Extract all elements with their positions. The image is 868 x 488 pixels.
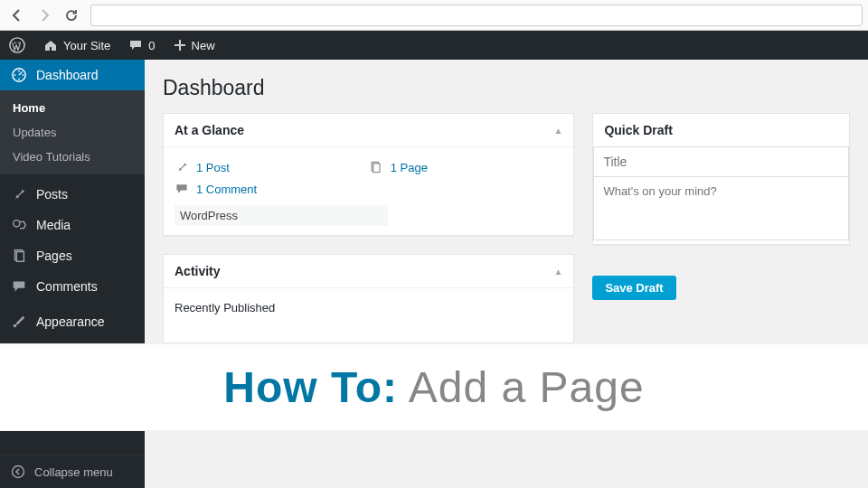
svg-rect-8 xyxy=(373,164,380,173)
reload-button[interactable] xyxy=(60,4,83,27)
page-icon xyxy=(11,248,27,264)
wordpress-icon xyxy=(9,37,25,53)
quick-draft-title: Quick Draft xyxy=(604,123,672,137)
svg-rect-4 xyxy=(16,252,24,262)
sidebar-item-label: Pages xyxy=(36,249,72,263)
tutorial-overlay: How To: Add a Page xyxy=(0,343,868,431)
draft-title-input[interactable] xyxy=(593,146,849,177)
wp-admin-bar: Your Site 0 New xyxy=(0,31,868,60)
glance-pages-link[interactable]: 1 Page xyxy=(369,156,563,178)
brush-icon xyxy=(11,314,27,330)
submenu-home[interactable]: Home xyxy=(0,96,145,120)
at-a-glance-title: At a Glance xyxy=(175,123,244,137)
sidebar-item-label: Posts xyxy=(36,187,68,202)
at-a-glance-box: At a Glance ▲ 1 Post 1 Page xyxy=(163,113,574,236)
sidebar-item-label: Comments xyxy=(36,279,98,294)
comment-icon xyxy=(175,182,189,196)
submenu-updates[interactable]: Updates xyxy=(0,120,145,145)
svg-point-5 xyxy=(14,324,17,328)
svg-point-0 xyxy=(10,38,24,52)
collapse-label: Collapse menu xyxy=(34,465,113,479)
site-name-link[interactable]: Your Site xyxy=(34,31,119,60)
svg-point-6 xyxy=(13,466,24,478)
collapse-icon xyxy=(11,465,25,479)
svg-point-2 xyxy=(14,221,20,227)
sidebar-item-media[interactable]: Media xyxy=(0,210,145,240)
page-icon xyxy=(369,160,383,174)
sidebar-item-dashboard[interactable]: Dashboard xyxy=(0,60,145,90)
comment-count: 0 xyxy=(148,39,155,52)
collapse-triangle-icon[interactable]: ▲ xyxy=(553,267,562,277)
sidebar-item-appearance[interactable]: Appearance xyxy=(0,306,145,337)
collapse-triangle-icon[interactable]: ▲ xyxy=(553,126,562,136)
dashboard-icon xyxy=(11,67,27,83)
pin-icon xyxy=(175,160,189,174)
comments-icon xyxy=(11,278,27,295)
submenu-video-tutorials[interactable]: Video Tutorials xyxy=(0,145,145,169)
plus-icon xyxy=(174,39,186,52)
glance-posts-link[interactable]: 1 Post xyxy=(175,156,369,178)
site-name-label: Your Site xyxy=(63,39,110,52)
wp-logo-button[interactable] xyxy=(0,31,34,60)
overlay-light: Add a Page xyxy=(398,363,645,411)
browser-toolbar xyxy=(0,0,868,31)
wp-version-label: WordPress xyxy=(175,205,388,226)
media-icon xyxy=(11,217,27,233)
new-content-button[interactable]: New xyxy=(165,31,224,60)
back-button[interactable] xyxy=(5,4,29,27)
page-title: Dashboard xyxy=(163,76,850,100)
forward-button[interactable] xyxy=(33,4,56,27)
glance-pages-label: 1 Page xyxy=(391,161,428,174)
glance-comments-link[interactable]: 1 Comment xyxy=(175,178,562,200)
activity-title: Activity xyxy=(175,264,221,278)
glance-posts-label: 1 Post xyxy=(196,161,230,174)
new-label: New xyxy=(192,39,215,52)
sidebar-item-comments[interactable]: Comments xyxy=(0,271,145,302)
sidebar-item-label: Dashboard xyxy=(36,68,99,82)
sidebar-item-pages[interactable]: Pages xyxy=(0,240,145,271)
sidebar-item-label: Appearance xyxy=(36,314,105,329)
sidebar-item-posts[interactable]: Posts xyxy=(0,179,145,210)
activity-box: Activity ▲ Recently Published xyxy=(163,254,574,343)
draft-content-textarea[interactable] xyxy=(593,177,849,240)
save-draft-button[interactable]: Save Draft xyxy=(592,276,675,300)
sidebar-item-label: Media xyxy=(36,218,71,232)
overlay-bold: How To: xyxy=(223,363,398,411)
collapse-menu-button[interactable]: Collapse menu xyxy=(0,455,145,488)
home-icon xyxy=(43,38,58,52)
dashboard-submenu: Home Updates Video Tutorials xyxy=(0,90,145,174)
quick-draft-box: Quick Draft xyxy=(592,113,850,245)
comment-icon xyxy=(128,38,143,52)
glance-comments-label: 1 Comment xyxy=(196,183,257,196)
recently-published-label: Recently Published xyxy=(175,297,562,318)
pin-icon xyxy=(11,186,27,202)
comments-link[interactable]: 0 xyxy=(119,31,164,60)
url-bar[interactable] xyxy=(90,5,863,26)
